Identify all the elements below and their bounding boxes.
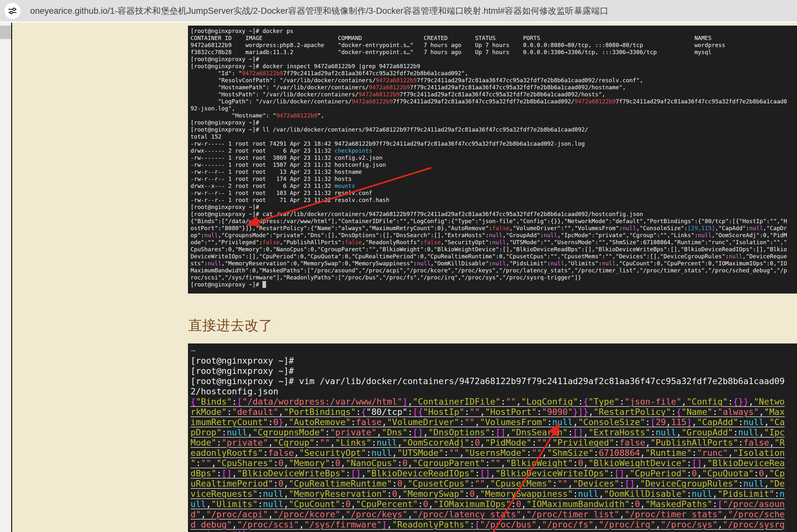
terminal-line: 92-json.log",: [190, 105, 796, 112]
page-root: { "browser": { "url": "oneyearice.github…: [0, 0, 797, 532]
tune-icon: [8, 6, 17, 16]
terminal-line: ":"","CpuShares":0,"Memory":0,"NanoCpus"…: [190, 458, 796, 468]
terminal-line: ode":"","Privileged":false,"PublishAllPo…: [190, 239, 796, 246]
terminal-line: [root@nginxproxy ~]#: [190, 56, 796, 63]
terminal-line: MaximumBandwidth":0,"MaskedPaths":["/pro…: [190, 267, 796, 274]
browser-address-bar[interactable]: oneyearice.github.io/1-容器技术和堡垒机JumpServe…: [0, 0, 797, 23]
terminal-line: pDrop":null,"CgroupnsMode":"private","Dn…: [190, 427, 796, 438]
terminal-line: [root@nginxproxy ~]# docker ps: [190, 27, 796, 35]
terminal-line: -rw------- 1 root root 1507 Apr 23 11:32…: [190, 161, 796, 168]
terminal-line: [root@nginxproxy ~]#: [190, 204, 796, 211]
terminal-line: f3832cc78b28 mariadb:11.3.2 "docker-entr…: [190, 49, 796, 56]
terminal-line: -rw-r--r-- 1 root root 174 Apr 23 11:32 …: [190, 175, 796, 183]
terminal-line: drwx------ 2 root root 6 Apr 23 11:32 ch…: [190, 147, 796, 154]
terminal-line: CpuShares":0,"Memory":0,"NanoCpus":0,"Cg…: [190, 246, 796, 253]
terminal-line: [root@nginxproxy ~]# docker inspect 9472…: [190, 63, 796, 70]
terminal-screenshot-docker-inspect: [root@nginxproxy ~]# docker psCONTAINER …: [188, 25, 797, 293]
terminal-line: -rw-r--r-- 1 root root 103 Apr 23 11:32 …: [190, 190, 796, 196]
terminal-line: drwx--x--- 2 root root 6 Apr 23 11:32 mo…: [190, 183, 796, 190]
terminal-line: dBps":[],"BlkioDeviceWriteBps":[],"Blkio…: [190, 468, 796, 478]
vim-json-highlighted-block: {"Binds":["/data/wordpress:/var/www/html…: [190, 397, 796, 532]
vim-terminal-prompt-block: ~[root@nginxproxy ~]#[root@nginxproxy ~]…: [190, 345, 796, 397]
terminal-line: [root@nginxproxy ~]# ll /var/lib/docker/…: [190, 126, 796, 133]
terminal-line: rkMode":"default","PortBindings":{"80/tc…: [190, 407, 796, 417]
site-settings-button[interactable]: [4, 3, 20, 19]
terminal-line: DeviceWriteIOps":[],"CpuPeriod":0,"CpuQu…: [190, 253, 796, 260]
terminal-line: [root@nginxproxy ~]#: [190, 119, 796, 126]
url-text: oneyearice.github.io/1-容器技术和堡垒机JumpServe…: [30, 5, 608, 17]
terminal-line: eadonlyRootfs":false,"SecurityOpt":null,…: [190, 448, 796, 458]
terminal-line: d","/proc/acpi","/proc/kcore","/proc/key…: [190, 509, 796, 519]
terminal-line: [root@nginxproxy ~]# vim /var/lib/docker…: [190, 376, 796, 386]
terminal-line: 2/hostconfig.json: [190, 386, 796, 397]
terminal-line: -rw-r--r-- 1 root root 71 Apr 23 11:32 r…: [190, 196, 796, 204]
terminal-line: Mode":"private","Cgroup":"","Links":null…: [190, 438, 796, 448]
terminal-line: "Id": "9472a68122b97f79c2411ad29af2c81aa…: [190, 70, 796, 77]
terminal-line: total 152: [190, 133, 796, 140]
terminal-line: op":null,"CgroupnsMode":"private","Dns":…: [190, 232, 796, 239]
terminal-line: "Hostname": "9472a68122b9",: [190, 112, 796, 119]
terminal-line: -rw-r----- 1 root root 74291 Apr 23 18:4…: [190, 140, 796, 147]
terminal-line: sts":null,"MemoryReservation":0,"MemoryS…: [190, 260, 796, 267]
terminal-line: [root@nginxproxy ~]#: [190, 366, 796, 376]
terminal-line: 9472a68122b9 wordpress:php8.2-apache "do…: [190, 42, 796, 49]
section-heading: 直接进去改了: [188, 316, 273, 335]
terminal-line: uRealtimePeriod":0,"CpuRealtimeRuntime":…: [190, 478, 796, 489]
terminal-line: CONTAINER ID IMAGE COMMAND CREATED STATU…: [190, 35, 796, 42]
terminal-line: [root@nginxproxy ~]# █: [190, 281, 796, 288]
terminal-line: {"Binds":["/data/wordpress:/var/www/html…: [190, 397, 796, 407]
terminal-line: ~: [190, 345, 796, 356]
terminal-line: "LogPath": "/var/lib/docker/containers/9…: [190, 98, 796, 105]
left-scrollbar-thumb[interactable]: [0, 25, 11, 39]
terminal-line: ostPort":"8080"}]},"RestartPolicy":{"Nam…: [190, 225, 796, 232]
terminal-line: ull,"Ulimits":null,"CpuCount":0,"CpuPerc…: [190, 499, 796, 509]
terminal-line: -rw------- 1 root root 3869 Apr 23 11:32…: [190, 154, 796, 161]
terminal-line: "HostsPath": "/var/lib/docker/containers…: [190, 91, 796, 98]
terminal-line: [root@nginxproxy ~]#: [190, 356, 796, 366]
terminal-line: roc/scsi","/sys/firmware"],"ReadonlyPath…: [190, 274, 796, 281]
terminal-line: imumRetryCount":0},"AutoRemove":false,"V…: [190, 417, 796, 427]
terminal-screenshot-vim-hostconfig: ~[root@nginxproxy ~]#[root@nginxproxy ~]…: [188, 343, 797, 532]
terminal-line: "HostnamePath": "/var/lib/docker/contain…: [190, 84, 796, 91]
terminal-line: d_debug","/proc/scsi","/sys/firmware"],"…: [190, 519, 796, 530]
terminal-line: viceRequests":null,"MemoryReservation":0…: [190, 489, 796, 499]
terminal-line: -trigger"]}: [190, 530, 796, 532]
left-scrollbar-track[interactable]: [0, 23, 11, 532]
terminal-line: {"Binds":["/data/wordpress:/var/www/html…: [190, 218, 796, 225]
terminal-line: [root@nginxproxy ~]# cat /var/lib/docker…: [190, 211, 796, 218]
content-left-border: [11, 23, 12, 532]
terminal-line: -rw-r--r-- 1 root root 13 Apr 23 11:32 h…: [190, 168, 796, 175]
terminal-line: "ResolvConfPath": "/var/lib/docker/conta…: [190, 77, 796, 84]
